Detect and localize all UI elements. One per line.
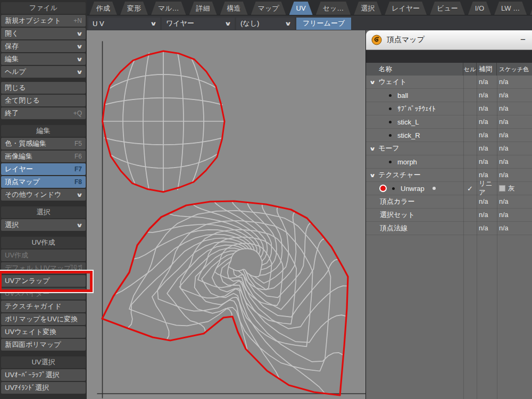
sketch-value: n/a	[499, 145, 508, 152]
sidebar-item-s2-i3[interactable]: 頂点マップF8	[1, 176, 86, 188]
tab-label: 選択	[361, 4, 375, 13]
vmap-row-r0[interactable]: ∨ウェイトn/an/a	[366, 76, 532, 89]
tab-t10[interactable]: ビュー	[430, 2, 465, 15]
sidebar-item-s2-i4[interactable]: その他ウィンドウ∨	[1, 189, 86, 201]
tab-label: ビュー	[437, 4, 458, 13]
vmap-row-r2[interactable]: ｻﾌﾞﾊﾟｯﾁｳｪｲﾄn/an/a	[366, 102, 532, 115]
tab-t5[interactable]: マップ	[251, 2, 286, 15]
sidebar-item-s2-i0[interactable]: 色・質感編集F5	[1, 138, 86, 149]
sidebar-item-label: 選択	[5, 220, 75, 230]
vertex-map-titlebar[interactable]: 頂点マップ −	[366, 30, 532, 50]
sidebar-item-uv[interactable]: UVアンラップ	[1, 275, 86, 287]
sidebar-item-label: UVスパイダー	[5, 289, 82, 298]
vmap-row-r10[interactable]: 選択セットn/an/a	[366, 209, 532, 222]
section-header-label: 編集	[37, 126, 51, 136]
vmap-row-label: stick_R	[397, 131, 420, 139]
panel-toolbar-strip	[366, 50, 532, 63]
tab-t9[interactable]: レイヤー	[385, 2, 427, 15]
sidebar-item-label: UVウェイト変換	[5, 327, 82, 337]
vmap-row-unwrap[interactable]: Unwrap✓リニア灰	[366, 182, 532, 195]
sidebar-item-label: 新四面ポリマップ	[5, 340, 82, 350]
display-mode-dropdown[interactable]: ワイヤー ∨	[162, 18, 235, 30]
expand-arrow-icon[interactable]: ∨	[369, 172, 376, 178]
selection-dot-icon	[433, 187, 436, 190]
interp-value: n/a	[479, 105, 488, 112]
sketch-value: n/a	[499, 131, 508, 139]
expand-arrow-icon[interactable]: ∨	[369, 146, 376, 152]
sketch-column: n/a	[497, 171, 532, 179]
sidebar-item-s0-i1[interactable]: 開く∨	[1, 28, 86, 39]
tab-uv[interactable]: UV	[289, 2, 313, 15]
active-map-dot-icon[interactable]	[380, 186, 386, 191]
tab-bar: 作成変形マル…詳細構造マップUVセッ…選択レイヤービューI/OLW …LW…	[87, 0, 532, 15]
sidebar-item-s2-i2[interactable]: レイヤーF7	[1, 163, 86, 175]
texture-dropdown[interactable]: (なし) ∨	[236, 18, 295, 30]
name-cell: ∨ウェイト	[366, 76, 463, 88]
sidebar-item-label: UVｵｰﾊﾞｰﾗｯﾌﾟ選択	[5, 370, 82, 380]
interp-column: リニア	[477, 179, 497, 197]
sidebar-item-s1-i1[interactable]: 全て閉じる	[1, 95, 86, 106]
sketch-column: n/a	[497, 118, 532, 126]
tab-t8[interactable]: 選択	[354, 2, 381, 15]
sidebar-item-label: デフォルトUVマップ設定	[5, 263, 82, 273]
sketch-value: n/a	[499, 92, 508, 99]
vmap-row-r9[interactable]: 頂点カラーn/an/a	[366, 195, 532, 209]
sidebar-item-uv[interactable]: UVｵｰﾊﾞｰﾗｯﾌﾟ選択	[1, 369, 86, 381]
sidebar-item-label: 終了	[5, 109, 71, 118]
sidebar-item-uv[interactable]: デフォルトUVマップ設定	[1, 262, 86, 274]
shell-wire-radial	[128, 238, 249, 328]
minimize-icon[interactable]: −	[520, 37, 526, 43]
sidebar-item-s1-i0[interactable]: 閉じる	[1, 82, 86, 94]
vmap-row-r5[interactable]: ∨モーフn/an/a	[366, 142, 532, 155]
vmap-row-r7[interactable]: ∨テクスチャーn/an/a	[366, 169, 532, 182]
section-header-label: ファイル	[29, 3, 57, 13]
vmap-row-stick-r[interactable]: stick_Rn/an/a	[366, 129, 532, 142]
sidebar-item-uv[interactable]: UVスパイダー	[1, 288, 86, 300]
sidebar-item-uv[interactable]: UV作成	[1, 250, 86, 261]
sketch-value: n/a	[499, 225, 508, 232]
vmap-row-stick-l[interactable]: stick_Ln/an/a	[366, 115, 532, 129]
sidebar-item-s0-i4[interactable]: ヘルプ∨	[1, 66, 86, 78]
display-mode-dropdown-label: ワイヤー	[166, 19, 194, 28]
sidebar-item-s3-i0[interactable]: 選択∨	[1, 219, 86, 231]
freemove-button[interactable]: フリームーブ	[296, 18, 351, 30]
sidebar-item-uv[interactable]: ポリマップをUVに変換	[1, 313, 86, 325]
sidebar-item-s0-i0[interactable]: 新規オブジェクト+N	[1, 15, 86, 27]
sidebar-item-s0-i3[interactable]: 編集∨	[1, 53, 86, 65]
interp-column: n/a	[477, 171, 497, 179]
tab-t4[interactable]: 構造	[220, 2, 248, 15]
uv-viewport[interactable]	[87, 30, 365, 399]
vmap-row-r11[interactable]: 頂点法線n/an/a	[366, 222, 532, 235]
sidebar-item-uv[interactable]: UVウェイト変換	[1, 326, 86, 338]
chevron-down-icon: ∨	[150, 20, 157, 27]
chevron-down-icon: ∨	[76, 43, 83, 50]
tab-label: I/O	[475, 4, 484, 12]
tab-t2[interactable]: マル…	[151, 2, 186, 15]
bullet-icon	[389, 94, 392, 97]
tab-lw[interactable]: LW …	[494, 2, 527, 15]
vmap-row-ball[interactable]: balln/an/a	[366, 89, 532, 102]
sidebar-item-s4-i4[interactable]: テクスチャガイド	[1, 301, 86, 312]
vmap-row-label: ｻﾌﾞﾊﾟｯﾁｳｪｲﾄ	[397, 105, 436, 113]
sketch-color-swatch[interactable]	[499, 185, 505, 192]
sidebar-item-uv[interactable]: UVｱｲﾗﾝﾄﾞ選択	[1, 382, 86, 394]
expand-arrow-icon[interactable]: ∨	[369, 79, 376, 85]
tab-t1[interactable]: 変形	[120, 2, 148, 15]
bullet-icon	[389, 161, 392, 163]
tab-t3[interactable]: 詳細	[189, 2, 217, 15]
column-header-cell: セル	[463, 63, 477, 76]
top-bar: 作成変形マル…詳細構造マップUVセッ…選択レイヤービューI/OLW …LW… U…	[87, 0, 532, 30]
uv-map-dropdown[interactable]: U V ∨	[88, 18, 160, 30]
checkmark-icon[interactable]: ✓	[467, 185, 473, 193]
tab-t0[interactable]: 作成	[89, 2, 117, 15]
tab-i-o[interactable]: I/O	[468, 2, 491, 15]
sidebar-item-s4-i7[interactable]: 新四面ポリマップ	[1, 339, 86, 351]
shortcut-label: +N	[73, 17, 82, 24]
tab-lw[interactable]: LW…	[530, 2, 532, 15]
sidebar-item-s1-i2[interactable]: 終了+Q	[1, 107, 86, 119]
vmap-row-morph[interactable]: morphn/an/a	[366, 155, 532, 169]
sidebar-item-label: 開く	[5, 29, 75, 38]
sidebar-item-s0-i2[interactable]: 保存∨	[1, 40, 86, 52]
sidebar-item-s2-i1[interactable]: 画像編集F6	[1, 151, 86, 162]
tab-t7[interactable]: セッ…	[316, 2, 351, 15]
